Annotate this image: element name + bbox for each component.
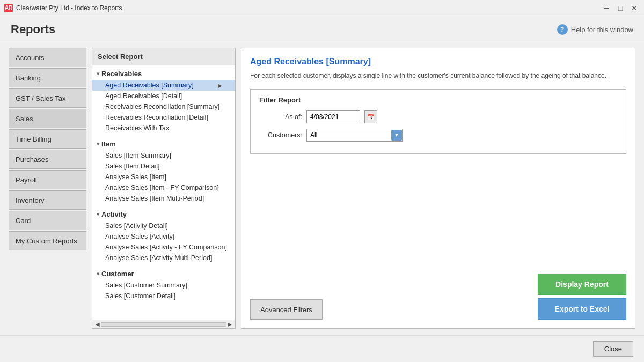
- sidebar-item-custom-reports[interactable]: My Custom Reports: [9, 231, 86, 250]
- date-picker-button[interactable]: 📅: [364, 110, 377, 123]
- scroll-right-arrow[interactable]: ▶: [226, 321, 233, 327]
- sidebar-item-gst[interactable]: GST / Sales Tax: [9, 88, 86, 108]
- report-section-receivables: ▾ Receivables Aged Receivables [Summary]…: [92, 65, 235, 136]
- app-icon: AR: [4, 4, 13, 12]
- sidebar-item-timebilling[interactable]: Time Billing: [9, 129, 86, 149]
- display-report-button[interactable]: Display Report: [538, 274, 626, 295]
- close-button[interactable]: Close: [593, 341, 633, 357]
- sidebar-item-sales[interactable]: Sales: [9, 109, 86, 128]
- report-detail-description: For each selected customer, displays a s…: [250, 71, 626, 80]
- report-list[interactable]: ▾ Receivables Aged Receivables [Summary]…: [92, 65, 235, 320]
- header: Reports ? Help for this window: [0, 16, 644, 41]
- report-item-analyse-item-multi[interactable]: Analyse Sales [Item Multi-Period]: [92, 193, 235, 204]
- report-item-recon-detail[interactable]: Receivables Reconciliation [Detail]: [92, 112, 235, 123]
- report-section-title-customer[interactable]: ▾ Customer: [92, 268, 235, 280]
- report-panel-header: Select Report: [92, 48, 235, 65]
- calendar-icon: 📅: [367, 114, 375, 121]
- export-to-excel-button[interactable]: Export to Excel: [538, 298, 626, 320]
- main-body: Accounts Banking GST / Sales Tax Sales T…: [0, 41, 644, 335]
- report-section-title-activity[interactable]: ▾ Activity: [92, 208, 235, 220]
- advanced-filters-button[interactable]: Advanced Filters: [250, 299, 323, 320]
- asof-label: As of:: [259, 113, 302, 121]
- report-item-aged-detail[interactable]: Aged Receivables [Detail]: [92, 91, 235, 101]
- minimize-button[interactable]: ─: [601, 3, 612, 13]
- report-item-analyse-item[interactable]: Analyse Sales [Item]: [92, 172, 235, 182]
- report-section-activity: ▾ Activity Sales [Activity Detail] Analy…: [92, 206, 235, 265]
- sidebar-item-payroll[interactable]: Payroll: [9, 170, 86, 189]
- horizontal-scrollbar[interactable]: ◀ ▶: [92, 320, 235, 328]
- sidebar-item-card[interactable]: Card: [9, 211, 86, 230]
- report-item-aged-summary[interactable]: Aged Receivables [Summary]: [92, 80, 235, 91]
- report-section-item: ▾ Item Sales [Item Summary] Sales [Item …: [92, 136, 235, 206]
- report-section-customer: ▾ Customer Sales [Customer Summary] Sale…: [92, 265, 235, 304]
- sidebar-item-accounts[interactable]: Accounts: [9, 48, 86, 67]
- report-item-sales-customer-summary[interactable]: Sales [Customer Summary]: [92, 280, 235, 291]
- scroll-track[interactable]: [101, 322, 226, 327]
- detail-bottom: Advanced Filters Display Report Export t…: [250, 274, 626, 320]
- window-content: Reports ? Help for this window Accounts …: [0, 16, 644, 362]
- report-item-analyse-item-fy[interactable]: Analyse Sales [Item - FY Comparison]: [92, 182, 235, 193]
- window-controls: ─ □ ✕: [601, 3, 640, 13]
- report-item-analyse-activity-multi[interactable]: Analyse Sales [Activity Multi-Period]: [92, 253, 235, 263]
- filter-row-customers: Customers: All: [259, 129, 617, 142]
- close-window-button[interactable]: ✕: [629, 3, 640, 13]
- filter-box: Filter Report As of: 📅 Customers: All: [250, 89, 626, 154]
- collapse-arrow-activity: ▾: [97, 211, 99, 217]
- detail-panel: Aged Receivables [Summary] For each sele…: [241, 48, 635, 329]
- sidebar-item-inventory[interactable]: Inventory: [9, 190, 86, 210]
- report-panel: Select Report ▾ Receivables Aged Receiva…: [92, 48, 236, 329]
- collapse-arrow-item: ▾: [97, 141, 99, 147]
- right-buttons: Display Report Export to Excel: [538, 274, 626, 320]
- report-item-recon-summary[interactable]: Receivables Reconciliation [Summary]: [92, 101, 235, 112]
- customers-select[interactable]: All: [306, 129, 403, 142]
- left-sidebar: Accounts Banking GST / Sales Tax Sales T…: [9, 48, 86, 329]
- report-item-recon-tax[interactable]: Receivables With Tax: [92, 123, 235, 134]
- customers-label: Customers:: [259, 131, 302, 139]
- page-title: Reports: [11, 23, 55, 36]
- title-bar: AR Clearwater Pty Ltd - Index to Reports…: [0, 0, 644, 16]
- collapse-arrow: ▾: [97, 71, 99, 77]
- scroll-left-arrow[interactable]: ◀: [94, 321, 101, 327]
- customers-select-wrap: All: [306, 129, 403, 142]
- help-button[interactable]: ? Help for this window: [557, 24, 633, 35]
- asof-input[interactable]: [306, 110, 360, 123]
- report-item-analyse-activity-fy[interactable]: Analyse Sales [Activity - FY Comparison]: [92, 242, 235, 253]
- report-item-sales-activity-detail[interactable]: Sales [Activity Detail]: [92, 220, 235, 231]
- report-section-title-receivables[interactable]: ▾ Receivables: [92, 68, 235, 80]
- sidebar-item-banking[interactable]: Banking: [9, 68, 86, 87]
- title-bar-left: AR Clearwater Pty Ltd - Index to Reports: [4, 4, 122, 12]
- window-title: Clearwater Pty Ltd - Index to Reports: [16, 4, 122, 12]
- report-detail-title: Aged Receivables [Summary]: [250, 57, 626, 67]
- maximize-button[interactable]: □: [615, 3, 626, 13]
- sidebar-item-purchases[interactable]: Purchases: [9, 150, 86, 169]
- collapse-arrow-customer: ▾: [97, 271, 99, 277]
- report-item-sales-customer-detail[interactable]: Sales [Customer Detail]: [92, 291, 235, 301]
- filter-row-asof: As of: 📅: [259, 110, 617, 123]
- help-icon: ?: [557, 24, 568, 35]
- filter-box-title: Filter Report: [259, 96, 617, 104]
- report-section-title-item[interactable]: ▾ Item: [92, 138, 235, 150]
- footer: Close: [0, 335, 644, 362]
- report-item-sales-item-detail[interactable]: Sales [Item Detail]: [92, 161, 235, 172]
- report-item-analyse-activity[interactable]: Analyse Sales [Activity]: [92, 231, 235, 242]
- help-label: Help for this window: [571, 26, 633, 34]
- report-item-sales-item-summary[interactable]: Sales [Item Summary]: [92, 150, 235, 161]
